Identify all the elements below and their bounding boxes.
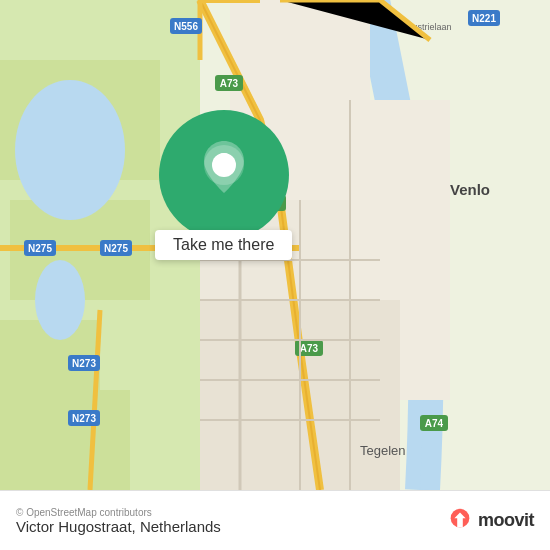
moovit-logo: moovit xyxy=(446,507,534,535)
footer-left: © OpenStreetMap contributors Victor Hugo… xyxy=(16,507,221,535)
location-pin-icon xyxy=(198,141,250,209)
moovit-logo-icon xyxy=(446,507,474,535)
footer: © OpenStreetMap contributors Victor Hugo… xyxy=(0,490,550,550)
popup-bubble[interactable] xyxy=(159,110,289,240)
svg-point-7 xyxy=(35,260,85,340)
svg-text:N275: N275 xyxy=(104,243,128,254)
svg-text:N221: N221 xyxy=(472,13,496,24)
take-me-there-button[interactable]: Take me there xyxy=(155,230,292,260)
svg-text:N275: N275 xyxy=(28,243,52,254)
map-container: Maas Maas A73 A73 A73 A74 N275 N275 N273 xyxy=(0,0,550,490)
svg-text:A74: A74 xyxy=(425,418,444,429)
moovit-brand-text: moovit xyxy=(478,510,534,531)
svg-text:N273: N273 xyxy=(72,358,96,369)
svg-text:N273: N273 xyxy=(72,413,96,424)
copyright-text: © OpenStreetMap contributors xyxy=(16,507,221,518)
svg-text:Venlo: Venlo xyxy=(450,181,490,198)
svg-text:Tegelen: Tegelen xyxy=(360,443,406,458)
popup: Take me there xyxy=(155,110,292,260)
svg-point-6 xyxy=(15,80,125,220)
svg-point-49 xyxy=(216,153,232,169)
svg-text:N556: N556 xyxy=(174,21,198,32)
svg-text:A73: A73 xyxy=(220,78,239,89)
svg-text:A73: A73 xyxy=(300,343,319,354)
svg-rect-5 xyxy=(100,310,180,390)
location-name: Victor Hugostraat, Netherlands xyxy=(16,518,221,535)
